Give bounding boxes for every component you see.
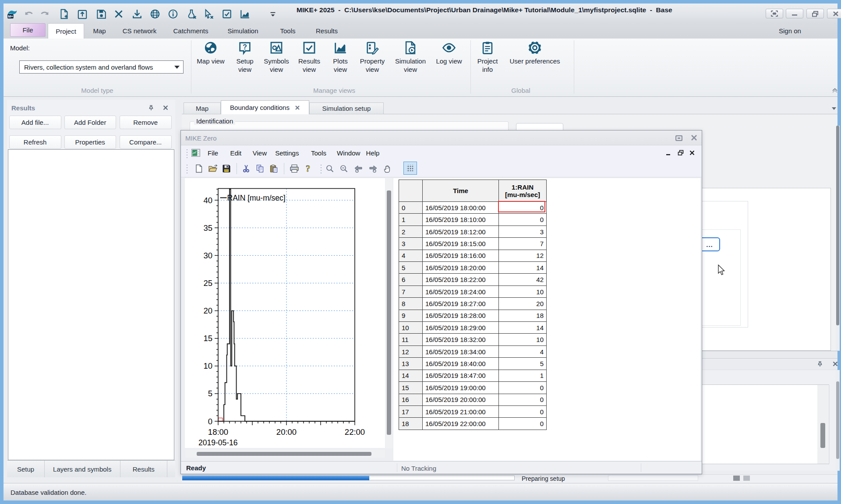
row-index-cell[interactable]: 8 — [399, 298, 423, 310]
row-index-cell[interactable]: 10 — [399, 322, 423, 334]
time-cell[interactable]: 16/05/2019 18:29:00 — [423, 322, 499, 334]
button-refresh[interactable]: Refresh — [9, 135, 61, 149]
document-tab-map[interactable]: Map — [184, 102, 221, 114]
ribbon-tab-simulation[interactable]: Simulation — [217, 23, 269, 39]
left-panel-tab-layers-and-symbols[interactable]: Layers and symbols — [45, 461, 120, 477]
row-index-cell[interactable]: 13 — [399, 358, 423, 370]
child-restore-icon[interactable] — [678, 150, 684, 156]
rain-value-cell[interactable]: 10 — [499, 334, 547, 345]
row-index-cell[interactable]: 16 — [399, 394, 423, 405]
time-cell[interactable]: 16/05/2019 18:15:00 — [423, 238, 499, 250]
header-rain[interactable]: 1:RAIN[mu-m/sec] — [499, 180, 547, 202]
pin-icon[interactable] — [816, 360, 823, 367]
rain-value-cell[interactable]: 0 — [499, 394, 547, 405]
delete-icon[interactable] — [113, 8, 124, 20]
browse-button[interactable]: ... — [699, 237, 720, 251]
toolbar-save-icon[interactable] — [222, 164, 232, 173]
pin-icon[interactable] — [148, 104, 155, 111]
toolbar-paste-icon[interactable] — [269, 164, 279, 173]
open-project-icon[interactable] — [77, 8, 88, 20]
menu-edit[interactable]: Edit — [226, 145, 246, 161]
row-index-cell[interactable]: 11 — [399, 334, 423, 345]
menu-file[interactable]: File — [203, 145, 223, 161]
menu-settings[interactable]: Settings — [271, 145, 303, 161]
rain-value-cell[interactable]: 20 — [499, 298, 547, 310]
header-row-index[interactable] — [399, 180, 423, 202]
toolbar-help-icon[interactable]: ? — [304, 164, 314, 173]
ribbon-button-user-preferences[interactable]: User preferences — [500, 40, 570, 86]
document-tab-boundary-conditions[interactable]: Boundary conditions — [221, 100, 309, 114]
toolbar-zoom-next-icon[interactable] — [368, 164, 378, 173]
pointer-clear-icon[interactable] — [203, 8, 214, 20]
ribbon-tab-cs-network[interactable]: CS network — [115, 23, 164, 39]
row-index-cell[interactable]: 6 — [399, 274, 423, 285]
sign-on-link[interactable]: Sign on — [779, 27, 801, 35]
mike-zero-title-bar[interactable]: MIKE Zero — [181, 130, 702, 145]
info-icon[interactable] — [167, 8, 179, 20]
scrollbar-thumb[interactable] — [387, 190, 391, 435]
ribbon-tab-catchments[interactable]: Catchments — [164, 23, 217, 39]
row-index-cell[interactable]: 15 — [399, 382, 423, 394]
scrollbar-thumb[interactable] — [197, 452, 371, 456]
button-add-file[interactable]: Add file... — [9, 116, 61, 129]
time-cell[interactable]: 16/05/2019 18:16:00 — [423, 250, 499, 261]
dock-scrollbar[interactable] — [817, 385, 828, 464]
checkbox-icon[interactable] — [221, 8, 233, 20]
rain-value-cell[interactable]: 0 — [499, 418, 547, 430]
ribbon-tab-file[interactable]: File — [10, 23, 46, 37]
time-cell[interactable]: 16/05/2019 21:00:00 — [423, 405, 499, 417]
time-cell[interactable]: 16/05/2019 18:12:00 — [423, 226, 499, 237]
new-file-icon[interactable] — [58, 8, 70, 20]
rain-value-cell[interactable]: 7 — [499, 238, 547, 250]
button-properties[interactable]: Properties — [64, 135, 116, 149]
row-index-cell[interactable]: 3 — [399, 238, 423, 250]
time-cell[interactable]: 16/05/2019 20:00:00 — [423, 394, 499, 405]
menu-tools[interactable]: Tools — [307, 145, 331, 161]
close-icon[interactable] — [162, 104, 169, 111]
maximize-icon[interactable] — [675, 135, 682, 141]
scrollbar-thumb[interactable] — [820, 423, 825, 448]
rain-value-cell[interactable]: 0 — [499, 202, 547, 214]
time-cell[interactable]: 16/05/2019 18:10:00 — [423, 214, 499, 226]
time-cell[interactable]: 16/05/2019 18:40:00 — [423, 358, 499, 370]
time-cell[interactable]: 16/05/2019 18:32:00 — [423, 334, 499, 345]
row-index-cell[interactable]: 2 — [399, 226, 423, 237]
ribbon-tab-results[interactable]: Results — [307, 23, 346, 39]
toolbar-grid-button[interactable] — [403, 162, 417, 175]
header-time[interactable]: Time — [423, 180, 499, 202]
rain-value-cell[interactable]: 1 — [499, 370, 547, 381]
minimize-button[interactable] — [786, 9, 803, 18]
validate-clear-icon[interactable] — [186, 8, 197, 20]
chart-view-icon[interactable] — [239, 8, 251, 20]
scrollbar-thumb[interactable] — [836, 126, 839, 325]
time-cell[interactable]: 16/05/2019 18:20:00 — [423, 262, 499, 274]
row-index-cell[interactable]: 12 — [399, 345, 423, 357]
toolbar-print-icon[interactable] — [290, 164, 299, 173]
time-cell[interactable]: 16/05/2019 18:00:00 — [423, 202, 499, 214]
model-type-dropdown[interactable]: Rivers, collection system and overland f… — [19, 60, 184, 74]
fullscreen-button[interactable] — [766, 9, 783, 18]
ribbon-tab-project[interactable]: Project — [48, 23, 84, 39]
row-index-cell[interactable]: 7 — [399, 285, 423, 297]
toolbar-options-icon[interactable] — [267, 8, 279, 20]
toolbar-zoom-previous-icon[interactable] — [353, 164, 363, 173]
close-button[interactable] — [827, 9, 841, 18]
row-index-cell[interactable]: 1 — [399, 214, 423, 226]
rain-value-cell[interactable]: 4 — [499, 345, 547, 357]
rain-value-cell[interactable]: 3 — [499, 226, 547, 237]
row-index-cell[interactable]: 9 — [399, 310, 423, 321]
time-cell[interactable]: 16/05/2019 19:00:00 — [423, 382, 499, 394]
left-panel-tab-results[interactable]: Results — [120, 461, 168, 477]
toolbar-pan-icon[interactable] — [382, 164, 392, 173]
rain-value-cell[interactable]: 0 — [499, 405, 547, 417]
ribbon-tab-tools[interactable]: Tools — [269, 23, 307, 39]
dock-vertical-scrollbar[interactable] — [836, 370, 840, 471]
left-panel-tab-setup[interactable]: Setup — [7, 461, 45, 477]
document-tab-simulation-setup[interactable]: Simulation setup — [309, 102, 384, 114]
time-cell[interactable]: 16/05/2019 18:27:00 — [423, 298, 499, 310]
rain-value-cell[interactable]: 14 — [499, 322, 547, 334]
toolbar-cut-icon[interactable] — [242, 164, 252, 173]
rain-value-cell[interactable]: 12 — [499, 250, 547, 261]
timeseries-table[interactable]: Time1:RAIN[mu-m/sec]016/05/2019 18:00:00… — [399, 180, 547, 430]
undo-icon[interactable] — [23, 8, 35, 20]
